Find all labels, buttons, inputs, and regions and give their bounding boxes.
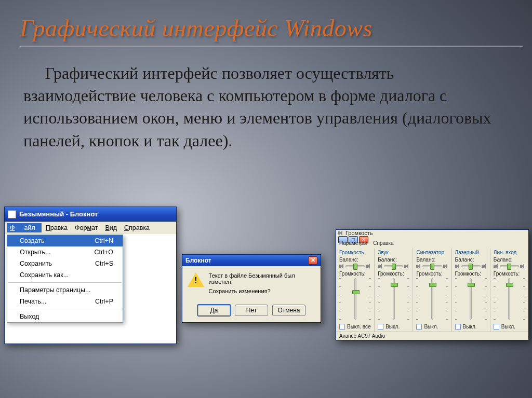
speaker-right-icon bbox=[482, 264, 487, 269]
balance-label: Баланс: bbox=[494, 257, 525, 263]
messagebox-titlebar[interactable]: Блокнот ✕ bbox=[182, 255, 321, 266]
menu-item-save-as-label: Сохранить как... bbox=[20, 271, 69, 279]
messagebox-line2: Сохранить изменения? bbox=[209, 288, 315, 294]
notepad-titlebar[interactable]: Безымянный - Блокнот bbox=[5, 207, 176, 222]
cancel-button[interactable]: Отмена bbox=[272, 305, 305, 316]
balance-slider[interactable] bbox=[494, 264, 525, 269]
menu-item-print-label: Печать... bbox=[20, 298, 46, 305]
channel-2: СинтезаторБаланс:Громкость:Выкл. bbox=[413, 249, 451, 332]
mixer-titlebar[interactable]: Громкость _ □ ✕ bbox=[336, 230, 528, 239]
balance-slider[interactable] bbox=[416, 264, 448, 269]
menu-item-save-as[interactable]: Сохранить как... bbox=[7, 269, 123, 281]
menu-item-page-setup[interactable]: Параметры страницы... bbox=[7, 284, 123, 296]
menu-item-new-shortcut: Ctrl+N bbox=[95, 237, 113, 244]
no-button[interactable]: Нет bbox=[235, 305, 268, 316]
slide-body-text: Графический интерфейс позволяет осуществ… bbox=[23, 62, 509, 152]
balance-label: Баланс: bbox=[378, 257, 409, 263]
mixer-menu-params[interactable]: Параметры bbox=[339, 240, 367, 246]
mute-checkbox[interactable]: Выкл. bbox=[378, 324, 409, 330]
menu-item-save-label: Сохранить bbox=[20, 260, 52, 267]
volume-slider[interactable] bbox=[416, 278, 448, 322]
slide-title: Графический интерфейс Windows bbox=[20, 15, 522, 42]
mixer-statusbar: Avance AC97 Audio bbox=[336, 332, 528, 340]
menu-item-save-shortcut: Ctrl+S bbox=[95, 260, 113, 267]
balance-label: Баланс: bbox=[339, 257, 371, 263]
menu-item-new-label: Создать bbox=[20, 237, 45, 244]
volume-label: Громкость: bbox=[455, 271, 487, 277]
warning-icon bbox=[188, 272, 204, 287]
volume-slider[interactable] bbox=[378, 278, 409, 322]
volume-slider[interactable] bbox=[339, 278, 371, 322]
channel-3: ЛазерныйБаланс:Громкость:Выкл. bbox=[452, 249, 490, 332]
channel-name: Лазерный bbox=[455, 250, 487, 255]
menu-item-exit[interactable]: Выход bbox=[7, 311, 123, 322]
channel-0: ГромкостьБаланс:Громкость:Выкл. все bbox=[336, 249, 375, 332]
channel-name: Лин. вход bbox=[494, 250, 525, 255]
notepad-icon bbox=[8, 210, 16, 218]
menu-item-new[interactable]: Создать Ctrl+N bbox=[7, 235, 123, 246]
menu-item-print-shortcut: Ctrl+P bbox=[95, 298, 113, 305]
volume-slider[interactable] bbox=[494, 278, 525, 322]
menu-item-open-shortcut: Ctrl+O bbox=[95, 249, 113, 256]
menu-format[interactable]: Формат bbox=[72, 223, 101, 232]
menu-file[interactable]: Файл bbox=[7, 223, 42, 232]
channel-4: Лин. входБаланс:Громкость:Выкл. bbox=[490, 249, 528, 332]
volume-label: Громкость: bbox=[494, 271, 525, 277]
speaker-right-icon bbox=[443, 264, 448, 269]
speaker-left-icon bbox=[378, 264, 383, 269]
mixer-channels: ГромкостьБаланс:Громкость:Выкл. всеЗвукБ… bbox=[336, 247, 528, 332]
menu-item-page-setup-label: Параметры страницы... bbox=[20, 286, 90, 294]
balance-label: Баланс: bbox=[416, 257, 448, 263]
speaker-left-icon bbox=[339, 264, 344, 269]
title-underline bbox=[20, 46, 523, 47]
menu-item-open-label: Открыть... bbox=[20, 249, 51, 256]
channel-1: ЗвукБаланс:Громкость:Выкл. bbox=[375, 249, 413, 332]
messagebox-line1: Текст в файле Безымянный был изменен. bbox=[209, 272, 315, 285]
speaker-right-icon bbox=[404, 264, 409, 269]
menu-edit[interactable]: Правка bbox=[43, 223, 71, 232]
menu-file-label: айл bbox=[21, 223, 38, 232]
speaker-left-icon bbox=[416, 264, 421, 269]
channel-name: Громкость bbox=[339, 250, 371, 255]
menu-item-exit-label: Выход bbox=[20, 313, 39, 320]
balance-label: Баланс: bbox=[455, 257, 487, 263]
speaker-left-icon bbox=[494, 264, 499, 269]
messagebox-title-text: Блокнот bbox=[185, 257, 211, 264]
balance-slider[interactable] bbox=[378, 264, 409, 269]
mute-checkbox[interactable]: Выкл. все bbox=[339, 324, 371, 330]
speaker-right-icon bbox=[520, 264, 525, 269]
volume-mixer-window: Громкость _ □ ✕ Параметры Справка Громко… bbox=[336, 229, 529, 340]
volume-label: Громкость: bbox=[378, 271, 409, 277]
menu-help[interactable]: Справка bbox=[121, 223, 153, 232]
notepad-title-text: Безымянный - Блокнот bbox=[19, 210, 98, 218]
balance-slider[interactable] bbox=[455, 264, 487, 269]
volume-slider[interactable] bbox=[455, 278, 487, 322]
channel-name: Синтезатор bbox=[416, 250, 448, 255]
speaker-left-icon bbox=[455, 264, 460, 269]
mixer-menu-help[interactable]: Справка bbox=[373, 240, 393, 246]
notepad-window: Безымянный - Блокнот Файл Правка Формат … bbox=[4, 207, 177, 344]
menu-item-save[interactable]: Сохранить Ctrl+S bbox=[7, 258, 123, 269]
mixer-title-text: Громкость bbox=[345, 230, 373, 236]
notepad-menubar: Файл Правка Формат Вид Справка bbox=[5, 222, 176, 235]
volume-label: Громкость: bbox=[416, 271, 448, 277]
messagebox-text: Текст в файле Безымянный был изменен. Со… bbox=[209, 272, 315, 297]
mute-checkbox[interactable]: Выкл. bbox=[494, 324, 525, 330]
mute-checkbox[interactable]: Выкл. bbox=[416, 324, 448, 330]
close-icon[interactable]: ✕ bbox=[308, 256, 317, 265]
speaker-icon bbox=[338, 230, 343, 236]
menu-item-open[interactable]: Открыть... Ctrl+O bbox=[7, 246, 123, 258]
messagebox-window: Блокнот ✕ Текст в файле Безымянный был и… bbox=[182, 254, 321, 323]
file-menu-dropdown: Создать Ctrl+N Открыть... Ctrl+O Сохрани… bbox=[7, 235, 123, 323]
mute-checkbox[interactable]: Выкл. bbox=[455, 324, 487, 330]
channel-name: Звук bbox=[378, 250, 409, 255]
yes-button[interactable]: Да bbox=[197, 305, 231, 316]
balance-slider[interactable] bbox=[339, 264, 371, 269]
speaker-right-icon bbox=[366, 264, 371, 269]
mixer-menubar: Параметры Справка bbox=[336, 239, 528, 247]
volume-label: Громкость: bbox=[339, 271, 371, 277]
menu-item-print[interactable]: Печать... Ctrl+P bbox=[7, 296, 123, 307]
menu-view[interactable]: Вид bbox=[102, 223, 120, 232]
